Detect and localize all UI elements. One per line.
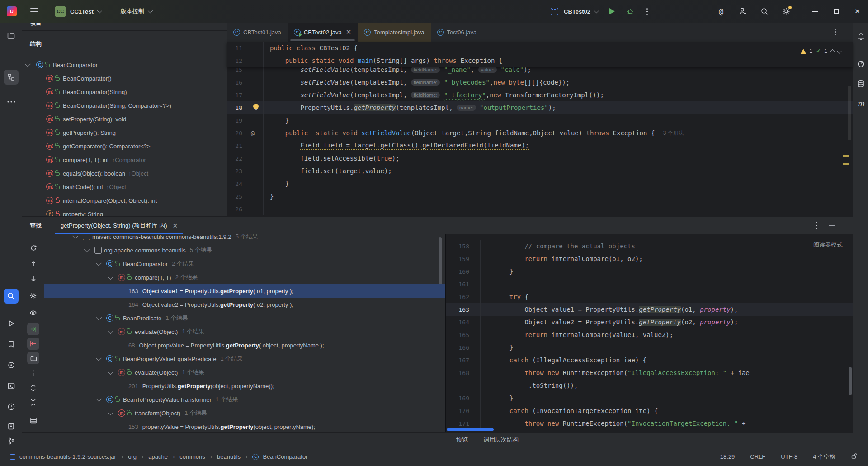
code-line[interactable]: 169 } <box>446 392 853 404</box>
find-tool-icon[interactable] <box>4 289 19 304</box>
find-group-row[interactable]: mcompare(T, T)2 个结果 <box>44 271 445 284</box>
encoding-widget[interactable]: UTF-8 <box>781 453 797 460</box>
breadcrumb-item[interactable]: commons <box>179 453 205 460</box>
structure-item[interactable]: mcompare(T, T): int↑Comparator <box>22 153 227 166</box>
breadcrumb-item[interactable]: beanutils <box>217 453 241 460</box>
structure-item[interactable]: msetProperty(String): void <box>22 112 227 126</box>
find-usage-row[interactable]: 68Object propValue = PropertyUtils.getPr… <box>44 338 445 352</box>
window-close-button[interactable]: ✕ <box>847 0 868 23</box>
close-icon[interactable]: ✕ <box>173 222 178 229</box>
code-line[interactable]: 16 setFieldValue(templatesImpl, fieldNam… <box>227 76 853 89</box>
code-line[interactable]: 19 } <box>227 114 853 127</box>
code-line[interactable]: 171 throw new RuntimeException("Invocati… <box>446 417 853 430</box>
code-line[interactable]: 166 } <box>446 341 853 354</box>
code-editor[interactable]: 11public class CBTest02 {12 public stati… <box>227 42 853 216</box>
project-avatar[interactable]: CC <box>55 6 66 17</box>
breadcrumb-item[interactable]: org <box>128 453 137 460</box>
inspection-widget[interactable]: 1 ✓ 1 <box>801 48 841 54</box>
code-line[interactable]: 167 catch (IllegalAccessException iae) { <box>446 354 853 366</box>
refresh-icon[interactable] <box>27 242 39 254</box>
more-actions-icon[interactable] <box>646 8 648 15</box>
code-line[interactable]: 22 field.setAccessible(true); <box>227 152 853 165</box>
find-usage-row[interactable]: 201PropertyUtils.getProperty(object, pro… <box>44 379 445 393</box>
structure-item[interactable]: CBeanComparator <box>22 58 227 71</box>
find-usage-row[interactable]: 164Object value2 = PropertyUtils.getProp… <box>44 298 445 311</box>
chevron-down-icon[interactable] <box>96 314 102 320</box>
more-tool-windows-icon[interactable] <box>4 94 19 109</box>
find-group-row[interactable]: CBeanComparator2 个结果 <box>44 257 445 271</box>
breadcrumb-item[interactable]: apache <box>148 453 168 460</box>
find-group-row[interactable]: mevaluate(Object)1 个结果 <box>44 325 445 338</box>
readonly-lock-icon[interactable] <box>851 453 857 461</box>
main-menu-icon[interactable] <box>30 8 38 14</box>
chevron-down-icon[interactable] <box>108 274 113 280</box>
structure-item[interactable]: mgetProperty(): String <box>22 126 227 139</box>
search-everywhere-icon[interactable] <box>760 7 769 16</box>
code-line[interactable]: 165 return internalCompare(value1, value… <box>446 328 853 341</box>
find-preview-editor[interactable]: 阅读器模式 158 // compare the actual objects1… <box>445 234 853 432</box>
structure-item[interactable]: mhashCode(): int↑Object <box>22 180 227 194</box>
terminal-tool-icon[interactable] <box>4 378 19 393</box>
line-separator-widget[interactable]: CRLF <box>750 453 765 460</box>
find-result-tab[interactable]: getProperty(Object, String) (项目和库 内) ✕ <box>55 217 183 235</box>
code-line[interactable]: 20@ public static void setFieldValue(Obj… <box>227 127 853 139</box>
vertical-scrollbar-thumb[interactable] <box>849 367 852 395</box>
chevron-down-icon[interactable] <box>108 328 113 334</box>
structure-item[interactable]: mgetComparator(): Comparator<?> <box>22 139 227 153</box>
project-tool-icon[interactable] <box>4 28 19 43</box>
chevron-down-icon[interactable] <box>84 247 90 252</box>
run-configuration-name[interactable]: CBTest02 <box>564 8 590 15</box>
code-line[interactable]: 25} <box>227 190 853 203</box>
breadcrumb-item[interactable]: commons-beanutils-1.9.2-sources.jar <box>19 453 116 460</box>
indent-widget[interactable]: 4 个空格 <box>813 453 835 461</box>
chevron-down-icon[interactable] <box>25 61 31 67</box>
code-line[interactable]: 21 Field field = target.getClass().getDe… <box>227 139 853 152</box>
code-line[interactable]: 161 <box>446 278 853 290</box>
code-line[interactable]: .toString()); <box>446 379 853 392</box>
structure-item[interactable]: mequals(Object): boolean↑Object <box>22 166 227 180</box>
find-usage-row[interactable]: 153propertyValue = PropertyUtils.getProp… <box>44 420 445 432</box>
maven-icon[interactable]: m <box>856 99 866 109</box>
chevron-down-icon[interactable] <box>96 260 102 266</box>
find-options-icon[interactable] <box>816 222 817 229</box>
code-line[interactable]: 164 Object value2 = PropertyUtils.getPro… <box>446 316 853 328</box>
code-line[interactable]: 158 // compare the actual objects <box>446 240 853 252</box>
vcs-widget[interactable]: 版本控制 <box>121 7 144 15</box>
close-tab-icon[interactable]: ✕ <box>346 28 352 36</box>
window-minimize-button[interactable] <box>804 0 826 23</box>
autoscroll-from-source-icon[interactable] <box>27 338 39 350</box>
warning-stripe-mark[interactable] <box>843 155 849 157</box>
chevron-down-icon[interactable] <box>72 234 78 238</box>
reader-mode-label[interactable]: 阅读器模式 <box>813 241 843 249</box>
code-line[interactable]: 11public class CBTest02 { <box>227 42 853 54</box>
editor-scrollbar-thumb[interactable] <box>848 86 851 140</box>
warning-stripe-mark[interactable] <box>843 163 849 165</box>
code-line[interactable]: 15 setFieldValue(templatesImpl, fieldNam… <box>227 67 853 76</box>
code-line[interactable]: 163 Object value1 = PropertyUtils.getPro… <box>446 303 853 316</box>
code-with-me-icon[interactable] <box>738 7 747 16</box>
find-usage-row[interactable]: 163Object value1 = PropertyUtils.getProp… <box>44 284 445 298</box>
run-configuration-icon[interactable] <box>551 8 558 15</box>
editor-tab[interactable]: CCBTest01.java <box>227 23 288 42</box>
code-line[interactable]: 18 PropertyUtils.getProperty(templatesIm… <box>227 101 853 114</box>
run-button[interactable] <box>609 8 615 14</box>
code-line[interactable]: 160 } <box>446 265 853 278</box>
debug-tool-icon[interactable] <box>4 357 19 372</box>
previous-problem-icon[interactable] <box>830 49 835 53</box>
info-icon[interactable] <box>27 367 39 380</box>
code-line[interactable]: 24 } <box>227 177 853 190</box>
editor-tab[interactable]: CTemplatesImpl.java <box>358 23 430 42</box>
project-name[interactable]: CC1Test <box>70 8 94 15</box>
chevron-down-icon[interactable] <box>108 369 113 375</box>
find-group-row[interactable]: CBeanPredicate1 个结果 <box>44 311 445 325</box>
tab-options-icon[interactable] <box>835 29 836 37</box>
code-line[interactable]: 12 public static void main(String[] args… <box>227 54 853 67</box>
breadcrumb-item[interactable]: BeanComparator <box>263 453 307 460</box>
problems-tool-icon[interactable] <box>4 399 19 414</box>
find-group-row[interactable]: CBeanPropertyValueEqualsPredicate1 个结果 <box>44 352 445 366</box>
code-line[interactable]: 168 throw new RuntimeException("IllegalA… <box>446 366 853 379</box>
window-restore-button[interactable] <box>826 0 847 23</box>
preview-toggle-icon[interactable] <box>27 307 39 319</box>
next-problem-icon[interactable] <box>837 49 842 53</box>
find-group-row[interactable]: mtransform(Object)1 个结果 <box>44 406 445 420</box>
